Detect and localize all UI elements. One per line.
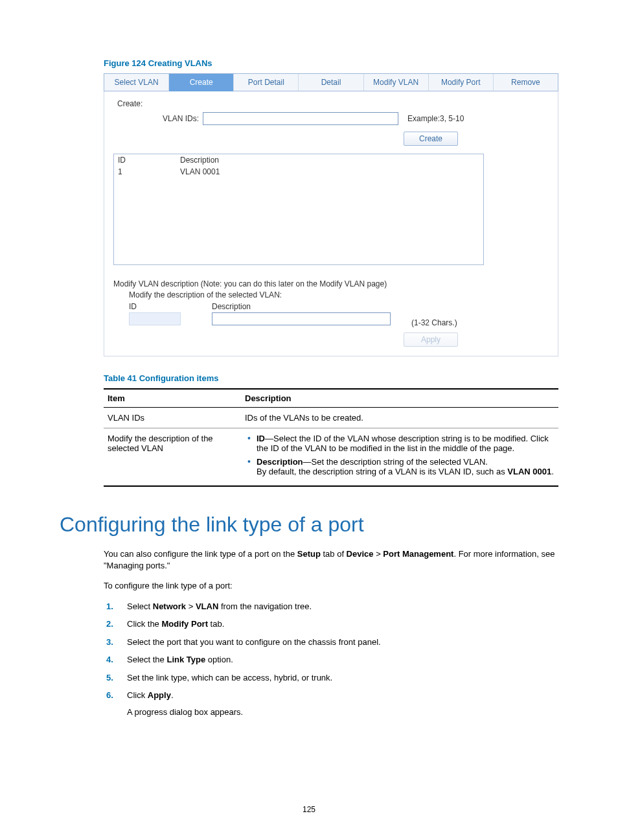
step-bold-link-type: Link Type bbox=[166, 655, 205, 664]
bullet-desc-text-b: . bbox=[551, 467, 554, 476]
vlan-listbox[interactable]: ID Description 1 VLAN 0001 bbox=[113, 154, 484, 265]
step-text: tab. bbox=[208, 619, 224, 629]
step-2: Click the Modify Port tab. bbox=[118, 618, 558, 630]
step-text: from the navigation tree. bbox=[218, 601, 312, 611]
table-config-items: Item Description VLAN IDs IDs of the VLA… bbox=[104, 388, 558, 487]
figure-creating-vlans: Select VLAN Create Port Detail Detail Mo… bbox=[104, 73, 558, 356]
intro-bold-device: Device bbox=[347, 549, 374, 559]
step-text: option. bbox=[205, 655, 233, 664]
step-text: Select the bbox=[127, 655, 166, 664]
tab-detail[interactable]: Detail bbox=[299, 74, 363, 91]
step-6-sub: A progress dialog box appears. bbox=[127, 706, 558, 718]
cell-desc: ID—Select the ID of the VLAN whose descr… bbox=[241, 428, 558, 487]
table-row: VLAN IDs IDs of the VLANs to be created. bbox=[104, 408, 558, 428]
cell-item: VLAN IDs bbox=[104, 408, 241, 428]
step-text: Click the bbox=[127, 619, 161, 629]
steps-list: Select Network > VLAN from the navigatio… bbox=[104, 601, 558, 718]
list-header-desc: Description bbox=[180, 156, 479, 165]
section-heading: Configuring the link type of a port bbox=[60, 513, 558, 537]
apply-button[interactable]: Apply bbox=[404, 332, 458, 347]
th-desc: Description bbox=[241, 389, 558, 408]
chars-hint: (1-32 Chars.) bbox=[411, 318, 457, 327]
th-item: Item bbox=[104, 389, 241, 408]
step-4: Select the Link Type option. bbox=[118, 654, 558, 666]
step-1: Select Network > VLAN from the navigatio… bbox=[118, 601, 558, 612]
intro-paragraph-2: To configure the link type of a port: bbox=[104, 580, 558, 592]
modify-desc-input[interactable] bbox=[212, 312, 391, 325]
vlan-ids-label: VLAN IDs: bbox=[113, 114, 203, 123]
step-6: Click Apply. A progress dialog box appea… bbox=[118, 690, 558, 718]
tab-remove[interactable]: Remove bbox=[494, 74, 558, 91]
list-row[interactable]: 1 VLAN 0001 bbox=[114, 166, 483, 178]
list-row-id: 1 bbox=[118, 167, 180, 176]
intro-text: tab of bbox=[321, 549, 347, 559]
create-panel: Create: VLAN IDs: Example:3, 5-10 Create… bbox=[104, 91, 558, 356]
list-header-id: ID bbox=[118, 156, 180, 165]
create-label: Create: bbox=[117, 99, 549, 108]
list-row-desc: VLAN 0001 bbox=[180, 167, 479, 176]
intro-bold-setup: Setup bbox=[297, 549, 321, 559]
intro-text: > bbox=[374, 549, 383, 559]
tab-modify-vlan[interactable]: Modify VLAN bbox=[364, 74, 429, 91]
step-text: . bbox=[171, 690, 174, 700]
bullet-id-label: ID bbox=[257, 434, 265, 443]
tab-port-detail[interactable]: Port Detail bbox=[234, 74, 299, 91]
bullet-desc-label: Description bbox=[257, 457, 303, 467]
example-hint: Example:3, 5-10 bbox=[407, 114, 464, 123]
bullet-desc-bold: VLAN 0001 bbox=[507, 467, 551, 476]
step-text: Click bbox=[127, 690, 148, 700]
step-text: > bbox=[186, 601, 196, 611]
cell-item: Modify the description of the selected V… bbox=[104, 428, 241, 487]
intro-paragraph-1: You can also configure the link type of … bbox=[104, 548, 558, 571]
modify-note: Modify VLAN description (Note: you can d… bbox=[113, 279, 549, 288]
step-bold-modify-port: Modify Port bbox=[161, 619, 208, 629]
step-bold-network: Network bbox=[153, 601, 186, 611]
cell-desc: IDs of the VLANs to be created. bbox=[241, 408, 558, 428]
intro-text: You can also configure the link type of … bbox=[104, 549, 297, 559]
vlan-tabs: Select VLAN Create Port Detail Detail Mo… bbox=[104, 73, 558, 91]
modify-id-box bbox=[129, 312, 181, 325]
tab-select-vlan[interactable]: Select VLAN bbox=[104, 74, 169, 91]
intro-bold-port-management: Port Management bbox=[383, 549, 453, 559]
figure-caption: Figure 124 Creating VLANs bbox=[104, 58, 558, 68]
tab-modify-port[interactable]: Modify Port bbox=[429, 74, 494, 91]
step-3: Select the port that you want to configu… bbox=[118, 636, 558, 648]
modify-header-desc: Description bbox=[212, 302, 406, 311]
step-bold-apply: Apply bbox=[148, 690, 171, 700]
page-number: 125 bbox=[0, 805, 618, 814]
create-button[interactable]: Create bbox=[404, 132, 458, 146]
bullet-id-text: —Select the ID of the VLAN whose descrip… bbox=[257, 434, 549, 453]
tab-create[interactable]: Create bbox=[169, 74, 234, 91]
step-text: Select bbox=[127, 601, 153, 611]
vlan-ids-input[interactable] bbox=[203, 112, 398, 125]
modify-header-id: ID bbox=[129, 302, 212, 311]
modify-sub: Modify the description of the selected V… bbox=[129, 290, 549, 299]
step-5: Set the link type, which can be access, … bbox=[118, 672, 558, 684]
table-row: Modify the description of the selected V… bbox=[104, 428, 558, 487]
step-bold-vlan: VLAN bbox=[196, 601, 218, 611]
table-caption: Table 41 Configuration items bbox=[104, 373, 558, 383]
